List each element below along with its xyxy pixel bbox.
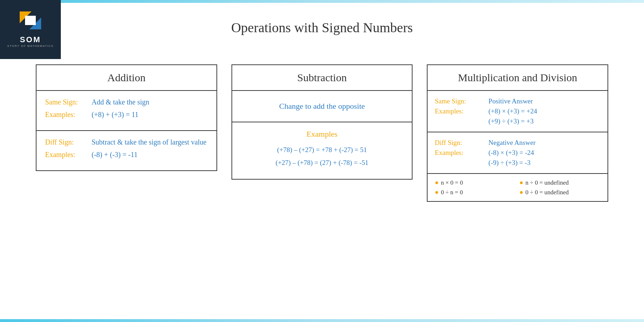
diff-examples-value: (-8) + (-3) = -11 xyxy=(92,151,137,159)
addition-same-examples-row: Examples: (+8) + (+3) = 11 xyxy=(45,111,208,119)
subtraction-rule-section: Change to add the opposite xyxy=(232,91,412,122)
bottom-bar xyxy=(0,319,644,322)
zero-item-4-text: 0 ÷ 0 = undefined xyxy=(526,189,569,196)
addition-diff-examples-row: Examples: (-8) + (-3) = -11 xyxy=(45,151,208,159)
zero-item-1-text: n × 0 = 0 xyxy=(441,179,463,186)
top-bar xyxy=(0,0,644,3)
subtraction-header: Subtraction xyxy=(232,65,412,91)
addition-same-sign-section: Same Sign: Add & take the sign Examples:… xyxy=(36,91,216,131)
addition-diff-sign-section: Diff Sign: Subtract & take the sign of l… xyxy=(36,131,216,170)
subtraction-example-1: (+78) – (+27) = +78 + (-27) = 51 xyxy=(236,146,409,154)
mult-diff-grid: Diff Sign: Negative Answer Examples: (-8… xyxy=(435,139,600,167)
mult-diff-examples: (-8) × (+3) = -24 (-9) ÷ (+3) = -3 xyxy=(488,149,600,167)
mult-diff-sign-label: Diff Sign: xyxy=(435,139,485,147)
diff-sign-rule: Subtract & take the sign of largest valu… xyxy=(92,138,206,146)
diff-examples-label: Examples: xyxy=(45,151,84,159)
mult-same-sign-label: Same Sign: xyxy=(435,97,485,105)
zero-item-2-text: n ÷ 0 = undefined xyxy=(526,179,569,186)
mult-same-sign-answer: Positive Answer xyxy=(488,97,600,105)
zero-item-3: ● 0 ÷ n = 0 xyxy=(435,189,516,196)
subtraction-examples-section: Examples (+78) – (+27) = +78 + (-27) = 5… xyxy=(232,122,412,179)
subtraction-rule: Change to add the opposite xyxy=(279,102,365,111)
diff-sign-label: Diff Sign: xyxy=(45,138,84,146)
addition-diff-sign-row: Diff Sign: Subtract & take the sign of l… xyxy=(45,138,208,146)
logo-subtext: STORY OF MATHEMATICS xyxy=(7,44,54,48)
bullet-2: ● xyxy=(519,179,523,186)
zero-item-1: ● n × 0 = 0 xyxy=(435,179,516,186)
addition-same-sign-row: Same Sign: Add & take the sign xyxy=(45,98,208,106)
mult-same-ex2: (+9) ÷ (+3) = +3 xyxy=(488,117,600,125)
mult-same-sign-section: Same Sign: Positive Answer Examples: (+8… xyxy=(428,91,608,132)
content-area: Addition Same Sign: Add & take the sign … xyxy=(36,64,608,293)
mult-zero-section: ● n × 0 = 0 ● n ÷ 0 = undefined ● 0 ÷ n … xyxy=(428,174,608,201)
mult-same-ex1: (+8) × (+3) = +24 xyxy=(488,107,600,115)
mult-same-examples-label: Examples: xyxy=(435,107,485,115)
multiplication-card: Multiplication and Division Same Sign: P… xyxy=(427,64,608,202)
page-title: Operations with Signed Numbers xyxy=(0,20,644,35)
same-examples-value: (+8) + (+3) = 11 xyxy=(92,111,138,119)
bullet-1: ● xyxy=(435,179,439,186)
zero-item-2: ● n ÷ 0 = undefined xyxy=(519,179,600,186)
subtraction-card: Subtraction Change to add the opposite E… xyxy=(231,64,413,180)
mult-diff-ex2: (-9) ÷ (+3) = -3 xyxy=(488,159,600,167)
addition-header: Addition xyxy=(36,65,216,91)
zero-item-3-text: 0 ÷ n = 0 xyxy=(441,189,463,196)
same-sign-rule: Add & take the sign xyxy=(92,98,149,106)
bullet-4: ● xyxy=(519,189,523,196)
same-sign-label: Same Sign: xyxy=(45,98,84,106)
mult-same-examples: (+8) × (+3) = +24 (+9) ÷ (+3) = +3 xyxy=(488,107,600,125)
same-examples-label: Examples: xyxy=(45,111,84,119)
mult-diff-ex1: (-8) × (+3) = -24 xyxy=(488,149,600,157)
zero-item-4: ● 0 ÷ 0 = undefined xyxy=(519,189,600,196)
mult-diff-sign-answer: Negative Answer xyxy=(488,139,600,147)
bullet-3: ● xyxy=(435,189,439,196)
mult-same-grid: Same Sign: Positive Answer Examples: (+8… xyxy=(435,97,600,125)
addition-card: Addition Same Sign: Add & take the sign … xyxy=(36,64,217,171)
mult-diff-examples-label: Examples: xyxy=(435,149,485,157)
multiplication-header: Multiplication and Division xyxy=(428,65,608,91)
subtraction-examples-title: Examples xyxy=(236,130,409,139)
subtraction-example-2: (+27) – (+78) = (27) + (-78) = -51 xyxy=(236,159,409,167)
mult-diff-sign-section: Diff Sign: Negative Answer Examples: (-8… xyxy=(428,132,608,174)
logo-text: SOM xyxy=(20,35,41,44)
